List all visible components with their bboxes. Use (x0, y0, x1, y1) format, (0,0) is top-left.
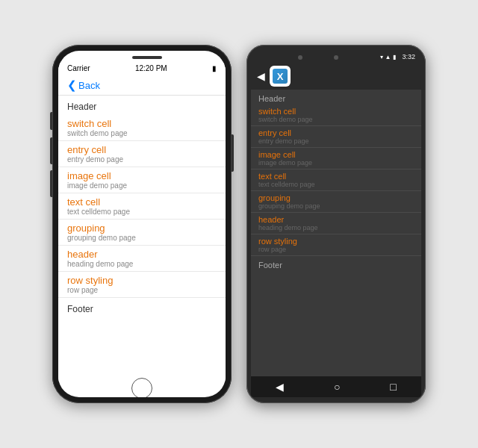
android-list-item[interactable]: grouping grouping demo page (251, 191, 421, 213)
ios-item-title: switch cell (67, 118, 217, 129)
ios-carrier: Carrier (67, 64, 90, 72)
ios-power-button (232, 134, 234, 172)
android-app-icon: X (270, 66, 291, 87)
android-content: Header switch cell switch demo page entr… (251, 90, 421, 376)
ios-item-title: row styling (67, 275, 217, 286)
ios-list-item[interactable]: row styling row page (58, 272, 226, 298)
android-camera (334, 55, 338, 60)
ios-item-title: entry cell (67, 144, 217, 155)
ios-item-title: grouping (67, 223, 217, 234)
android-item-subtitle: heading demo page (258, 224, 414, 231)
android-app-icon-inner: X (273, 69, 288, 84)
ios-list-item[interactable]: text cell text celldemo page (58, 193, 226, 220)
android-time: 3:32 (402, 53, 415, 60)
android-item-title: header (258, 215, 414, 224)
ios-item-subtitle: row page (67, 286, 217, 294)
android-item-title: image cell (258, 150, 414, 159)
ios-volume-up-button (50, 137, 52, 164)
ios-item-subtitle: switch demo page (67, 129, 217, 137)
android-item-title: row styling (258, 237, 414, 246)
android-list-item[interactable]: row styling row page (251, 234, 421, 256)
android-recents-nav-icon[interactable]: □ (390, 381, 396, 393)
ios-footer: Footer (58, 298, 226, 317)
ios-time: 12:20 PM (135, 64, 167, 72)
ios-battery-icon: ▮ (212, 64, 217, 72)
ios-item-title: image cell (67, 170, 217, 181)
ios-list-item[interactable]: switch cell switch demo page (58, 115, 226, 141)
android-list: switch cell switch demo page entry cell … (251, 105, 421, 256)
android-item-subtitle: switch demo page (258, 116, 414, 123)
ios-camera (58, 55, 63, 60)
android-item-subtitle: image demo page (258, 159, 414, 167)
ios-phone: Carrier 12:20 PM ▮ ❮ Back Header switch … (52, 45, 232, 403)
ios-back-chevron-icon: ❮ (67, 78, 77, 92)
android-item-title: switch cell (258, 107, 414, 116)
android-footer: Footer (251, 256, 421, 271)
android-top-bar: ◀ X (251, 63, 421, 90)
devices-container: Carrier 12:20 PM ▮ ❮ Back Header switch … (37, 30, 441, 418)
ios-item-title: text cell (67, 196, 217, 208)
ios-item-subtitle: text celldemo page (67, 208, 217, 216)
ios-list-item[interactable]: grouping grouping demo page (58, 220, 226, 246)
android-item-subtitle: text celldemo page (258, 181, 414, 188)
android-status-icons: ▾ ▲ ▮ (380, 54, 397, 60)
android-item-title: grouping (258, 193, 414, 202)
android-speaker (298, 55, 302, 60)
android-battery-icon: ▮ (393, 54, 396, 60)
ios-nav-bar: ❮ Back (58, 75, 226, 96)
ios-screen: Carrier 12:20 PM ▮ ❮ Back Header switch … (58, 51, 226, 397)
ios-status-bar: Carrier 12:20 PM ▮ (58, 61, 226, 75)
android-back-icon[interactable]: ◀ (257, 70, 265, 82)
android-list-item[interactable]: text cell text celldemo page (251, 169, 421, 191)
ios-back-label: Back (78, 80, 100, 91)
ios-list-item[interactable]: image cell image demo page (58, 167, 226, 193)
ios-list-item[interactable]: header heading demo page (58, 246, 226, 272)
ios-speaker (132, 56, 162, 59)
ios-home-button[interactable] (131, 378, 152, 397)
ios-item-subtitle: grouping demo page (67, 234, 217, 242)
ios-list: switch cell switch demo page entry cell … (58, 115, 226, 298)
android-nav-bar: ◀ ○ □ (251, 376, 421, 397)
android-section-header: Header (251, 90, 421, 105)
android-home-nav-icon[interactable]: ○ (334, 381, 340, 393)
android-screen: ▾ ▲ ▮ 3:32 ◀ X Header switch cell (251, 51, 421, 397)
android-item-title: text cell (258, 172, 414, 181)
ios-item-subtitle: heading demo page (67, 260, 217, 268)
android-signal-icon: ▲ (385, 54, 391, 60)
android-item-subtitle: entry demo page (258, 137, 414, 145)
ios-volume-down-button (50, 170, 52, 197)
ios-back-button[interactable]: ❮ Back (67, 78, 217, 92)
ios-item-title: header (67, 249, 217, 260)
ios-section-header: Header (58, 96, 226, 115)
ios-item-subtitle: image demo page (67, 181, 217, 190)
android-list-item[interactable]: header heading demo page (251, 213, 421, 234)
android-list-item[interactable]: entry cell entry demo page (251, 126, 421, 148)
android-item-subtitle: row page (258, 246, 414, 253)
ios-content: Header switch cell switch demo page entr… (58, 96, 226, 382)
ios-mute-button (50, 112, 52, 130)
ios-home-indicator (58, 382, 226, 397)
android-list-item[interactable]: image cell image demo page (251, 148, 421, 169)
ios-list-item[interactable]: entry cell entry demo page (58, 141, 226, 167)
ios-item-subtitle: entry demo page (67, 155, 217, 164)
android-item-subtitle: grouping demo page (258, 202, 414, 210)
android-back-nav-icon[interactable]: ◀ (276, 381, 284, 393)
android-phone: ▾ ▲ ▮ 3:32 ◀ X Header switch cell (246, 45, 426, 403)
android-item-title: entry cell (258, 128, 414, 137)
android-list-item[interactable]: switch cell switch demo page (251, 105, 421, 126)
android-app-icon-letter: X (277, 71, 284, 82)
android-wifi-icon: ▾ (380, 54, 383, 60)
